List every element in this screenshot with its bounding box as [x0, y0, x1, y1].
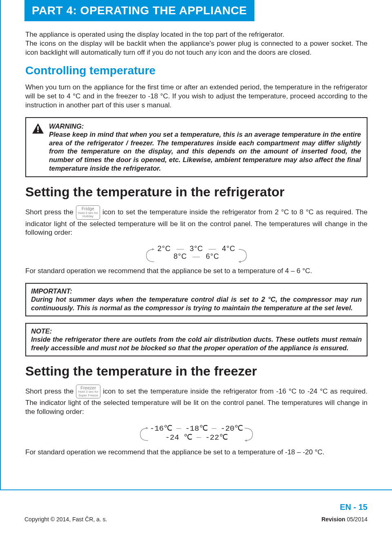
fridge-temp-cycle: 2°C— 3°C— 4°C 8°C— 6°C: [25, 245, 368, 261]
intro-text: The appliance is operated using the disp…: [25, 30, 368, 57]
freezer-temp-recommend: For standard operation we recommend that…: [25, 448, 368, 457]
section-freezer-temp: Setting the temperature in the freezer: [25, 364, 368, 379]
note-box: NOTE: Inside the refrigerator there are …: [25, 323, 368, 356]
warning-text: Please keep in mind that when you set a …: [49, 131, 361, 172]
note-label: NOTE:: [31, 327, 362, 336]
svg-rect-1: [37, 131, 38, 132]
important-box: IMPORTANT: During hot summer days when t…: [25, 283, 368, 316]
important-label: IMPORTANT:: [31, 287, 362, 296]
copyright-text: Copyright © 2014, Fast ČR, a. s.: [24, 516, 107, 523]
important-text: During hot summer days when the temperat…: [31, 296, 362, 311]
warning-label: WARNING:: [49, 122, 361, 131]
freezer-button-icon: FreezerHold 3 sec forSuper Freeze: [76, 385, 100, 398]
controlling-temp-body: When you turn on the appliance for the f…: [25, 83, 368, 109]
revision-text: Revision 05/2014: [321, 516, 368, 523]
fridge-temp-body: Short press the FridgeHold 3 sec forHoli…: [25, 205, 368, 237]
page-number: EN - 15: [0, 498, 392, 514]
note-text: Inside the refrigerator there are outlet…: [31, 336, 362, 351]
svg-rect-0: [37, 126, 38, 130]
freezer-temp-body: Short press the FreezerHold 3 sec forSup…: [25, 385, 368, 416]
fridge-button-icon: FridgeHold 3 sec forHoliday: [76, 205, 100, 219]
part-title: PART 4: OPERATING THE APPLIANCE: [24, 0, 254, 21]
warning-icon: [32, 122, 44, 136]
freezer-temp-cycle: -16℃— -18℃— -20℃ -24 ℃— -22℃: [25, 423, 368, 442]
section-fridge-temp: Setting the temperature in the refrigera…: [25, 185, 368, 200]
warning-box: WARNING: Please keep in mind that when y…: [25, 117, 368, 178]
section-controlling-temp: Controlling temperature: [25, 64, 368, 77]
fridge-temp-recommend: For standard operation we recommend that…: [25, 267, 368, 276]
